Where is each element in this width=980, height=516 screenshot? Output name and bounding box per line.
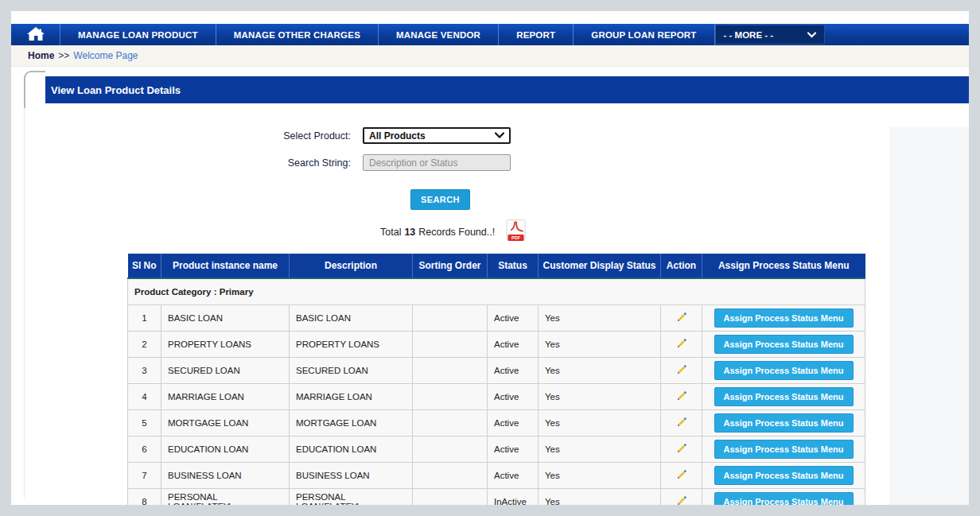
edit-pencil-icon[interactable] xyxy=(676,495,687,506)
cell-customer-display-status: Yes xyxy=(539,462,661,488)
cell-sl-no: 5 xyxy=(128,409,161,436)
more-dropdown[interactable]: - - MORE - - xyxy=(715,25,825,45)
table-row: 3 SECURED LOAN SECURED LOAN Active Yes A… xyxy=(128,357,865,383)
cell-action xyxy=(661,383,702,409)
assign-process-status-menu-button[interactable]: Assign Process Status Menu xyxy=(714,440,854,459)
filter-form: Select Product: All Products Search Stri… xyxy=(11,127,969,210)
search-button[interactable]: SEARCH xyxy=(410,189,470,210)
assign-process-status-menu-button[interactable]: Assign Process Status Menu xyxy=(714,492,854,506)
assign-process-status-menu-button[interactable]: Assign Process Status Menu xyxy=(714,413,854,433)
pdf-export-icon[interactable]: PDF xyxy=(506,219,526,244)
assign-process-status-menu-button[interactable]: Assign Process Status Menu xyxy=(714,335,854,354)
header-status: Status xyxy=(488,254,539,278)
cell-sorting-order xyxy=(413,383,488,409)
cell-status: Active xyxy=(488,331,539,357)
svg-text:PDF: PDF xyxy=(511,235,521,240)
nav-item[interactable]: MANAGE LOAN PRODUCT xyxy=(60,24,216,45)
category-label: Product Category : Primary xyxy=(128,278,865,305)
nav-item-label: GROUP LOAN REPORT xyxy=(591,30,696,40)
cell-assign-process: Assign Process Status Menu xyxy=(702,436,865,462)
cell-description: PROPERTY LOANS xyxy=(290,331,413,357)
assign-process-status-menu-button[interactable]: Assign Process Status Menu xyxy=(714,361,854,380)
cell-description: BASIC LOAN xyxy=(290,305,413,331)
edit-pencil-icon[interactable] xyxy=(676,312,687,324)
cell-sorting-order xyxy=(413,305,488,331)
edit-pencil-icon[interactable] xyxy=(676,364,687,377)
cell-customer-display-status: Yes xyxy=(539,436,661,462)
cell-action xyxy=(661,331,702,357)
nav-item-label: MANAGE VENDOR xyxy=(396,30,480,40)
cell-status: Active xyxy=(488,436,539,462)
nav-item[interactable]: MANAGE OTHER CHARGES xyxy=(216,24,379,45)
edit-pencil-icon[interactable] xyxy=(676,417,687,429)
product-select-value: All Products xyxy=(369,130,426,142)
cell-sorting-order xyxy=(413,357,488,383)
nav-item-label: MANAGE LOAN PRODUCT xyxy=(78,30,198,40)
select-product-row: Select Product: All Products xyxy=(11,127,969,144)
records-summary: Total 13 Records Found..! PDF xyxy=(380,219,969,244)
cell-description: BUSINESS LOAN xyxy=(290,462,413,488)
cell-customer-display-status: Yes xyxy=(539,409,661,436)
select-product-label: Select Product: xyxy=(11,130,363,142)
home-nav-button[interactable] xyxy=(11,24,60,45)
cell-sorting-order xyxy=(413,409,488,436)
chevron-down-icon xyxy=(807,30,816,40)
table-row: 5 MORTGAGE LOAN MORTGAGE LOAN Active Yes… xyxy=(128,409,865,436)
breadcrumb-home-link[interactable]: Home xyxy=(28,50,54,61)
assign-process-status-menu-button[interactable]: Assign Process Status Menu xyxy=(714,308,854,328)
home-icon xyxy=(26,25,45,45)
cell-product-instance-name: MORTGAGE LOAN xyxy=(161,409,290,436)
cell-product-instance-name: EDUCATION LOAN xyxy=(161,436,290,462)
edit-pencil-icon[interactable] xyxy=(676,469,687,482)
app-page: MANAGE LOAN PRODUCTMANAGE OTHER CHARGESM… xyxy=(11,11,969,505)
panel-left-border xyxy=(24,108,25,498)
nav-item[interactable]: REPORT xyxy=(499,24,574,45)
page-title: View Loan Product Details xyxy=(33,76,969,103)
table-row: 6 EDUCATION LOAN EDUCATION LOAN Active Y… xyxy=(128,436,865,462)
cell-assign-process: Assign Process Status Menu xyxy=(702,357,865,383)
nav-item[interactable]: MANAGE VENDOR xyxy=(379,24,499,45)
cell-product-instance-name: PERSONAL LOAN(FLATE)1 xyxy=(161,488,290,505)
more-dropdown-label: - - MORE - - xyxy=(724,30,774,40)
cell-sorting-order xyxy=(413,436,488,462)
cell-product-instance-name: SECURED LOAN xyxy=(161,357,290,383)
breadcrumb: Home >> Welcome Page xyxy=(11,45,969,67)
right-margin-shade xyxy=(889,127,969,505)
cell-sorting-order xyxy=(413,331,488,357)
search-string-row: Search String: xyxy=(11,154,969,171)
cell-action xyxy=(661,357,702,383)
cell-status: Active xyxy=(488,305,539,331)
records-total-count: 13 xyxy=(404,227,415,238)
search-input[interactable] xyxy=(363,154,511,171)
cell-description: EDUCATION LOAN xyxy=(290,436,413,462)
cell-product-instance-name: BUSINESS LOAN xyxy=(161,462,290,488)
product-select[interactable]: All Products xyxy=(363,127,511,144)
header-sl-no: Sl No xyxy=(128,254,161,278)
edit-pencil-icon[interactable] xyxy=(676,443,687,456)
cell-action xyxy=(661,409,702,436)
edit-pencil-icon[interactable] xyxy=(676,338,687,351)
cell-sl-no: 4 xyxy=(128,383,161,409)
cell-sorting-order xyxy=(413,488,488,505)
content-panel: View Loan Product Details xyxy=(11,76,969,103)
cell-assign-process: Assign Process Status Menu xyxy=(702,462,865,488)
breadcrumb-separator: >> xyxy=(58,50,69,61)
nav-item-label: REPORT xyxy=(516,30,555,40)
table-body: 1 BASIC LOAN BASIC LOAN Active Yes Assig… xyxy=(128,305,865,505)
assign-process-status-menu-button[interactable]: Assign Process Status Menu xyxy=(714,387,854,406)
cell-product-instance-name: PROPERTY LOANS xyxy=(161,331,290,357)
cell-sorting-order xyxy=(413,462,488,488)
cell-sl-no: 7 xyxy=(128,462,161,488)
table-row: 1 BASIC LOAN BASIC LOAN Active Yes Assig… xyxy=(128,305,865,331)
cell-assign-process: Assign Process Status Menu xyxy=(702,409,865,436)
cell-assign-process: Assign Process Status Menu xyxy=(702,383,865,409)
cell-action xyxy=(661,462,702,488)
assign-process-status-menu-button[interactable]: Assign Process Status Menu xyxy=(714,466,854,485)
nav-item[interactable]: GROUP LOAN REPORT xyxy=(574,24,714,45)
edit-pencil-icon[interactable] xyxy=(676,390,687,403)
cell-description: PERSONAL LOAN(FLATE)1 xyxy=(290,488,413,505)
panel-corner-tab xyxy=(24,71,45,108)
loan-product-table: Sl No Product instance name Description … xyxy=(127,254,865,505)
header-description: Description xyxy=(290,254,413,278)
breadcrumb-current-link[interactable]: Welcome Page xyxy=(73,50,138,61)
